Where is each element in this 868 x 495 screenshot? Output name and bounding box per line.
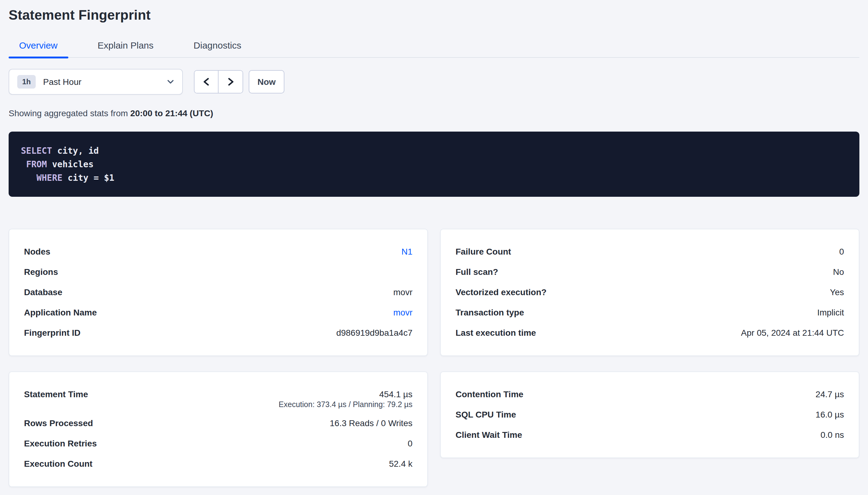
row-value-wrap: N1: [402, 242, 412, 262]
tab-diagnostics[interactable]: Diagnostics: [183, 40, 252, 57]
row-label: Regions: [24, 262, 58, 282]
row-value: 0.0 ns: [821, 430, 844, 440]
page-title: Statement Fingerprint: [9, 0, 859, 23]
row-subvalue: Execution: 373.4 µs / Planning: 79.2 µs: [279, 400, 412, 413]
row-value-link[interactable]: movr: [393, 307, 412, 317]
row-label: Statement Time: [24, 384, 88, 413]
summary-row: Fingerprint IDd986919d9ba1a4c7: [24, 323, 412, 343]
row-value: Yes: [830, 287, 844, 297]
summary-row: Application Namemovr: [24, 303, 412, 323]
summary-row: Vectorized execution?Yes: [456, 282, 844, 303]
row-label: Fingerprint ID: [24, 323, 81, 343]
summary-row: Last execution timeApr 05, 2024 at 21:44…: [456, 323, 844, 343]
row-label: Transaction type: [456, 303, 524, 323]
summary-cards: NodesN1RegionsDatabasemovrApplication Na…: [9, 229, 859, 487]
summary-row: Regions: [24, 262, 412, 282]
row-value: 454.1 µs: [379, 389, 412, 399]
row-label: Database: [24, 282, 63, 303]
row-label: Application Name: [24, 303, 97, 323]
row-label: Full scan?: [456, 262, 498, 282]
summary-row: Statement Time454.1 µsExecution: 373.4 µ…: [24, 384, 412, 413]
row-value-wrap: 0: [408, 433, 412, 454]
row-value-link[interactable]: N1: [402, 246, 412, 256]
row-value-wrap: d986919d9ba1a4c7: [336, 323, 412, 343]
summary-row: Contention Time24.7 µs: [456, 384, 844, 405]
row-value: 24.7 µs: [816, 389, 844, 399]
sql-keyword: WHERE: [37, 173, 63, 183]
sql-keyword: FROM: [26, 159, 47, 169]
row-value: Apr 05, 2024 at 21:44 UTC: [741, 328, 844, 338]
row-value-wrap: 16.3 Reads / 0 Writes: [330, 413, 412, 433]
summary-row: Client Wait Time0.0 ns: [456, 425, 844, 445]
row-value: 16.3 Reads / 0 Writes: [330, 418, 412, 428]
summary-row: Failure Count0: [456, 242, 844, 262]
row-value: 52.4 k: [389, 459, 412, 468]
row-value: 0: [408, 439, 412, 448]
row-label: Nodes: [24, 242, 50, 262]
chevron-right-icon: [227, 78, 234, 86]
row-value-wrap: No: [833, 262, 844, 282]
stats-caption-range: 20:00 to 21:44 (UTC): [130, 108, 213, 118]
row-label: Contention Time: [456, 384, 523, 405]
summary-row: Databasemovr: [24, 282, 412, 303]
time-range-dropdown[interactable]: 1h Past Hour: [9, 69, 183, 95]
stats-caption: Showing aggregated stats from 20:00 to 2…: [9, 108, 859, 118]
prev-time-button[interactable]: [195, 71, 218, 93]
row-label: Vectorized execution?: [456, 282, 547, 303]
summary-card-execution-attributes: Failure Count0Full scan?NoVectorized exe…: [440, 229, 859, 356]
next-time-button[interactable]: [218, 71, 243, 93]
row-value-wrap: 24.7 µs: [816, 384, 844, 405]
row-label: Client Wait Time: [456, 425, 522, 445]
row-value: Implicit: [817, 307, 844, 317]
tab-overview[interactable]: Overview: [9, 40, 68, 57]
chevron-down-icon: [167, 78, 174, 85]
row-value-wrap: movr: [393, 303, 412, 323]
statement-fingerprint-page: Statement Fingerprint OverviewExplain Pl…: [0, 0, 868, 495]
row-label: Failure Count: [456, 242, 511, 262]
row-label: Last execution time: [456, 323, 536, 343]
summary-row: NodesN1: [24, 242, 412, 262]
chevron-left-icon: [202, 78, 210, 86]
row-value: movr: [393, 287, 412, 297]
row-value-wrap: 52.4 k: [389, 454, 412, 474]
summary-row: Full scan?No: [456, 262, 844, 282]
row-value-wrap: Implicit: [817, 303, 844, 323]
sql-keyword: SELECT: [21, 146, 52, 156]
row-value-wrap: 454.1 µsExecution: 373.4 µs / Planning: …: [279, 384, 412, 413]
summary-card-statement-stats: Statement Time454.1 µsExecution: 373.4 µ…: [9, 371, 428, 487]
row-value-wrap: 16.0 µs: [816, 405, 844, 425]
row-value-wrap: Yes: [830, 282, 844, 303]
row-value: No: [833, 267, 844, 277]
summary-row: SQL CPU Time16.0 µs: [456, 405, 844, 425]
row-label: Execution Retries: [24, 433, 97, 454]
row-value: 0: [839, 246, 844, 256]
row-value: 16.0 µs: [816, 410, 844, 420]
time-range-label: Past Hour: [43, 77, 82, 87]
stats-caption-prefix: Showing aggregated stats from: [9, 108, 130, 118]
summary-row: Rows Processed16.3 Reads / 0 Writes: [24, 413, 412, 433]
row-label: SQL CPU Time: [456, 405, 516, 425]
tab-bar: OverviewExplain PlansDiagnostics: [9, 40, 859, 58]
summary-card-time-stats: Contention Time24.7 µsSQL CPU Time16.0 µ…: [440, 371, 859, 458]
time-range-badge: 1h: [17, 75, 36, 88]
row-label: Execution Count: [24, 454, 92, 474]
time-controls: 1h Past Hour: [9, 69, 859, 95]
row-value-wrap: movr: [393, 282, 412, 303]
row-value-wrap: 0: [839, 242, 844, 262]
row-value-wrap: Apr 05, 2024 at 21:44 UTC: [741, 323, 844, 343]
row-value: d986919d9ba1a4c7: [336, 328, 412, 338]
summary-card-details: NodesN1RegionsDatabasemovrApplication Na…: [9, 229, 428, 356]
now-button[interactable]: Now: [249, 70, 284, 93]
summary-row: Execution Retries0: [24, 433, 412, 454]
summary-row: Transaction typeImplicit: [456, 303, 844, 323]
row-label: Rows Processed: [24, 413, 93, 433]
sql-statement: SELECT city, id FROM vehicles WHERE city…: [9, 132, 859, 197]
row-value-wrap: 0.0 ns: [821, 425, 844, 445]
time-nav-group: [194, 70, 243, 93]
tab-explain-plans[interactable]: Explain Plans: [87, 40, 164, 57]
summary-row: Execution Count52.4 k: [24, 454, 412, 474]
